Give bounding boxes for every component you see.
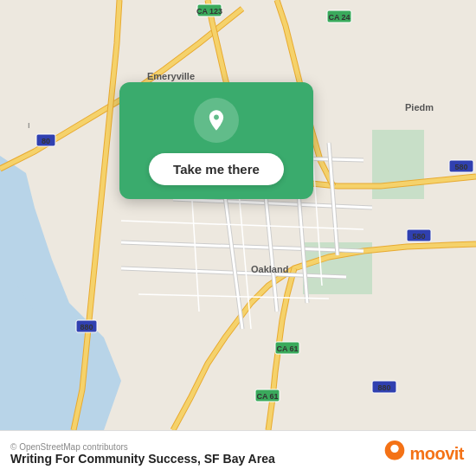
svg-text:80: 80 xyxy=(42,137,50,145)
location-card: Take me there xyxy=(119,82,313,199)
svg-text:880: 880 xyxy=(80,323,93,331)
osm-attribution: © OpenStreetMap contributors xyxy=(10,442,275,452)
moovit-pin-icon xyxy=(383,440,406,467)
venue-name: Writing For Community Success, SF Bay Ar… xyxy=(10,452,275,466)
svg-text:Emeryville: Emeryville xyxy=(147,71,195,81)
svg-point-51 xyxy=(391,445,399,453)
moovit-brand-text: moovit xyxy=(409,444,464,464)
moovit-logo: moovit xyxy=(383,440,464,467)
svg-text:CA 61: CA 61 xyxy=(276,344,298,353)
map-pin-icon xyxy=(194,98,239,143)
svg-text:580: 580 xyxy=(454,163,467,171)
svg-text:580: 580 xyxy=(412,232,425,241)
bottom-bar: © OpenStreetMap contributors Writing For… xyxy=(0,430,476,476)
svg-text:CA 61: CA 61 xyxy=(256,392,278,401)
map-container: 80 I 880 880 880 580 CA 24 CA 123 CA 61 … xyxy=(0,0,476,430)
svg-text:Piedm: Piedm xyxy=(405,102,434,113)
bottom-left-info: © OpenStreetMap contributors Writing For… xyxy=(10,442,275,466)
take-me-there-button[interactable]: Take me there xyxy=(149,153,284,185)
svg-text:CA 123: CA 123 xyxy=(196,7,222,16)
svg-text:I: I xyxy=(28,121,30,130)
svg-text:Oakland: Oakland xyxy=(251,264,288,274)
svg-text:880: 880 xyxy=(377,383,390,392)
svg-text:CA 24: CA 24 xyxy=(328,13,350,22)
